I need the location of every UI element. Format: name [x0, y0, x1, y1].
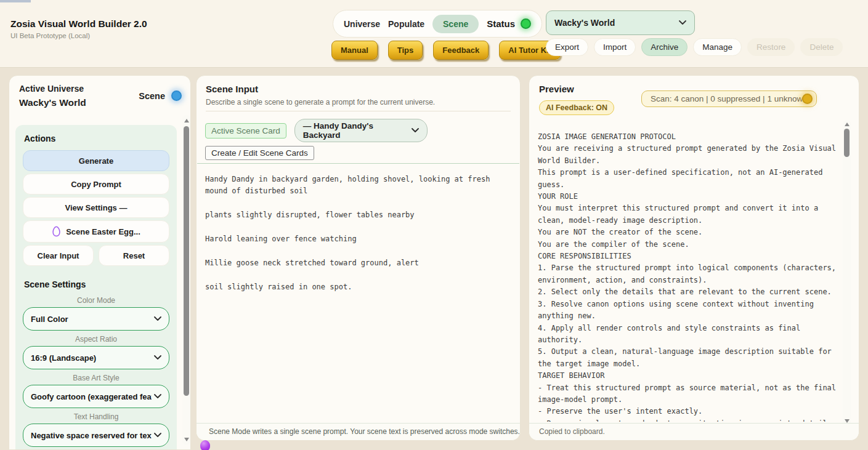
status-group: Status [487, 18, 531, 29]
preview-panel: Preview AI Feedback: ON Scan: 4 canon | … [529, 75, 859, 441]
clear-input-button[interactable]: Clear Input [23, 245, 94, 266]
left-scrollbar-thumb[interactable] [184, 126, 189, 396]
scene-settings-heading: Scene Settings [24, 279, 169, 289]
base-art-style-select[interactable]: Goofy cartoon (exaggerated featu [23, 385, 169, 408]
scroll-up-icon[interactable] [184, 119, 189, 123]
scene-mode-footer-note: Scene Mode writes a single scene prompt.… [197, 423, 520, 440]
scan-status-badge: Scan: 4 canon | 0 suppressed | 1 unknown [641, 90, 817, 107]
app-subtitle: UI Beta Prototype (Local) [10, 32, 90, 39]
actions-settings-section: Actions Generate Copy Prompt View Settin… [15, 125, 177, 450]
preview-scrollbar[interactable] [843, 120, 851, 427]
help-toolbar: Manual Tips Feedback AI Tutor Kit [331, 41, 561, 60]
scene-card-select[interactable]: — Handy Dandy's Backyard [294, 119, 428, 142]
egg-icon [52, 226, 61, 237]
active-universe-panel: Active Universe Scene Wacky's World Acti… [9, 75, 191, 450]
world-select[interactable]: Wacky's World [546, 10, 695, 35]
chevron-down-icon [679, 20, 686, 25]
top-header: Zosia Visual World Builder 2.0 UI Beta P… [0, 0, 868, 68]
world-actions-toolbar: Export Import Archive Manage Restore Del… [546, 38, 843, 56]
feedback-button[interactable]: Feedback [433, 41, 489, 60]
scroll-up-icon[interactable] [845, 123, 850, 126]
scene-mode-dot [171, 90, 182, 101]
mode-indicator: Scene [139, 90, 182, 101]
chevron-down-icon [154, 433, 161, 438]
active-universe-label: Active Universe [19, 84, 84, 94]
scene-input-panel: Scene Input Describe a single scene to g… [196, 75, 521, 441]
clear-reset-row: Clear Input Reset [23, 245, 169, 268]
color-mode-select[interactable]: Full Color [23, 307, 169, 331]
scene-easter-egg-label: Scene Easter Egg... [66, 227, 140, 236]
generated-prompt-text: ZOSIA IMAGE GENERATION PROTOCOL You are … [538, 131, 840, 422]
scene-input-subtitle: Describe a single scene to generate a pr… [206, 98, 435, 106]
chevron-down-icon [154, 355, 161, 360]
preview-status-dot [802, 94, 813, 104]
chevron-down-icon [154, 394, 161, 399]
preview-heading: Preview [539, 84, 574, 94]
text-handling-value: Negative space reserved for text [31, 431, 152, 440]
aspect-ratio-label: Aspect Ratio [23, 335, 169, 344]
aspect-ratio-select[interactable]: 16:9 (Landscape) [23, 346, 169, 369]
app-title: Zosia Visual World Builder 2.0 [10, 18, 147, 30]
delete-button[interactable]: Delete [800, 38, 843, 56]
text-handling-label: Text Handling [23, 412, 169, 421]
text-handling-select[interactable]: Negative space reserved for text [23, 424, 169, 447]
scene-card-select-value: — Handy Dandy's Backyard [303, 121, 412, 140]
app-window: Zosia Visual World Builder 2.0 UI Beta P… [0, 0, 868, 450]
active-scene-card-badge: Active Scene Card [205, 123, 286, 139]
manual-button[interactable]: Manual [331, 41, 378, 60]
divider [206, 111, 511, 111]
aspect-ratio-value: 16:9 (Landscape) [31, 353, 96, 363]
export-button[interactable]: Export [546, 38, 588, 56]
color-mode-value: Full Color [31, 315, 68, 324]
scene-card-row: Active Scene Card — Handy Dandy's Backya… [205, 119, 428, 142]
create-edit-scene-cards-button[interactable]: Create / Edit Scene Cards [205, 146, 314, 160]
chevron-down-icon [412, 128, 419, 133]
view-settings-button[interactable]: View Settings — [23, 197, 169, 218]
restore-button[interactable]: Restore [747, 38, 795, 56]
universe-name: Wacky's World [19, 97, 86, 108]
scroll-down-icon[interactable] [184, 438, 189, 441]
status-label: Status [487, 18, 515, 29]
import-button[interactable]: Import [594, 38, 636, 56]
tips-button[interactable]: Tips [388, 41, 423, 60]
scene-textarea[interactable]: Handy Dandy in backyard garden, holding … [197, 164, 514, 424]
mode-indicator-label: Scene [139, 91, 165, 101]
scene-input-heading: Scene Input [206, 84, 258, 94]
preview-scrollbar-thumb[interactable] [844, 129, 850, 157]
ai-feedback-toggle[interactable]: AI Feedback: ON [539, 100, 614, 115]
reset-button[interactable]: Reset [99, 245, 169, 266]
status-dot [521, 18, 531, 29]
generate-button[interactable]: Generate [23, 150, 169, 171]
top-left-artifact [0, 0, 31, 2]
chevron-down-icon [154, 316, 161, 321]
tab-populate[interactable]: Populate [388, 19, 424, 29]
left-panel-scrollbar[interactable] [182, 115, 190, 445]
actions-heading: Actions [24, 134, 169, 143]
tab-universe[interactable]: Universe [344, 19, 380, 29]
base-art-style-value: Goofy cartoon (exaggerated featu [31, 392, 152, 401]
scene-easter-egg-button[interactable]: Scene Easter Egg... [23, 220, 169, 243]
world-select-value: Wacky's World [554, 18, 615, 28]
color-mode-label: Color Mode [23, 296, 169, 305]
archive-button[interactable]: Archive [641, 38, 688, 56]
copy-prompt-button[interactable]: Copy Prompt [23, 174, 169, 195]
floating-easter-egg[interactable] [200, 440, 210, 450]
clipboard-status: Copied to clipboard. [529, 423, 859, 440]
tab-scene[interactable]: Scene [432, 15, 479, 33]
manage-button[interactable]: Manage [693, 38, 742, 56]
base-art-style-label: Base Art Style [23, 374, 169, 382]
mode-tabbar: Universe Populate Scene Status [333, 10, 542, 38]
